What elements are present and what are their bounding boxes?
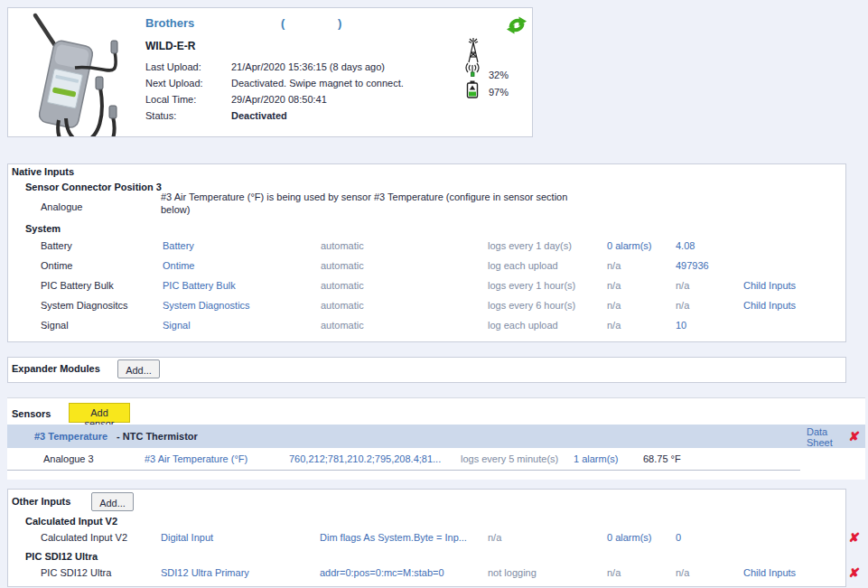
input-schedule: logs every 6 hour(s) xyxy=(488,300,575,312)
input-link[interactable]: System Diagnostics xyxy=(163,300,250,312)
input-label: Ontime xyxy=(41,260,72,272)
device-image xyxy=(15,12,142,136)
signal-percent: 32% xyxy=(489,70,509,81)
analogue-description: #3 Air Temperature (°F) is being used by… xyxy=(161,191,578,216)
system-group-title: System xyxy=(25,223,61,235)
input-label: System Diagnositcs xyxy=(41,300,128,312)
input-label: PIC SDI12 Ultra xyxy=(41,567,111,579)
input-alarms: n/a xyxy=(607,567,621,579)
input-alarms-link[interactable]: 0 alarm(s) xyxy=(607,240,652,252)
device-configuration-page: Brothers ( ) WILD-E-R Last Upload: 21/Ap… xyxy=(0,0,868,588)
other-inputs-title: Other Inputs xyxy=(12,496,70,508)
sensors-title: Sensors xyxy=(12,408,51,420)
signal-strength-icon xyxy=(462,61,482,78)
delete-sensor-icon[interactable]: ✘ xyxy=(848,430,861,443)
battery-percent: 97% xyxy=(489,87,509,98)
input-alarms-link[interactable]: 0 alarm(s) xyxy=(607,532,652,544)
battery-icon xyxy=(466,80,479,98)
device-name: WILD-E-R xyxy=(145,41,195,52)
input-label: Calculated Input V2 xyxy=(41,532,127,544)
input-link[interactable]: PIC Battery Bulk xyxy=(163,280,236,292)
status-value: Deactivated xyxy=(231,110,287,122)
expander-modules-title: Expander Modules xyxy=(12,363,100,375)
input-value[interactable]: 4.08 xyxy=(676,240,695,252)
input-mode: automatic xyxy=(321,300,364,312)
add-sensor-button[interactable]: Add sensor xyxy=(69,403,130,423)
station-name: Brothers xyxy=(145,17,194,29)
input-value: n/a xyxy=(676,300,689,312)
child-inputs-link[interactable]: Child Inputs xyxy=(743,300,796,312)
input-link[interactable]: Battery xyxy=(163,240,194,252)
input-value: n/a xyxy=(676,567,689,579)
child-inputs-link[interactable]: Child Inputs xyxy=(743,567,796,579)
sensor-name-link[interactable]: #3 Temperature xyxy=(34,431,107,443)
input-schedule: logs every 1 day(s) xyxy=(488,240,572,252)
analogue-label: Analogue xyxy=(41,201,83,213)
input-link[interactable]: Ontime xyxy=(163,260,194,272)
input-mode: automatic xyxy=(321,260,364,272)
input-config-link[interactable]: Dim flags As System.Byte = Inp... xyxy=(320,532,467,544)
input-alarms: n/a xyxy=(607,260,621,272)
delete-input-icon[interactable]: ✘ xyxy=(848,531,861,544)
input-schedule: not logging xyxy=(488,567,537,579)
input-label: Signal xyxy=(41,320,69,331)
input-label: PIC Battery Bulk xyxy=(41,280,114,292)
sensor-value: 68.75 °F xyxy=(643,453,681,465)
sensor-row-divider xyxy=(7,470,800,471)
input-link[interactable]: Signal xyxy=(163,320,191,331)
input-mode: automatic xyxy=(321,320,364,331)
other-input-group-title: Calculated Input V2 xyxy=(25,516,117,527)
input-schedule: log each upload xyxy=(488,260,558,272)
add-other-input-button[interactable]: Add... xyxy=(91,492,134,511)
next-upload-label: Next Upload: xyxy=(145,78,203,89)
last-upload-value: 21/Apr/2020 15:36:15 (8 days ago) xyxy=(231,61,385,73)
next-upload-value: Deactivated. Swipe magnet to connect. xyxy=(231,78,404,89)
child-inputs-link[interactable]: Child Inputs xyxy=(743,280,796,292)
other-input-group-title: PIC SDI12 Ultra xyxy=(25,551,98,563)
local-time-value: 29/Apr/2020 08:50:41 xyxy=(231,94,327,106)
last-upload-label: Last Upload: xyxy=(145,61,201,73)
input-schedule: logs every 1 hour(s) xyxy=(488,280,575,292)
sensor-port: Analogue 3 xyxy=(43,453,94,465)
refresh-icon[interactable] xyxy=(507,15,527,35)
input-label: Battery xyxy=(41,240,72,252)
native-inputs-title: Native Inputs xyxy=(12,166,74,178)
input-link[interactable]: Digital Input xyxy=(161,532,213,544)
input-alarms: n/a xyxy=(607,300,621,312)
input-link[interactable]: SDI12 Ultra Primary xyxy=(161,567,249,579)
add-expander-module-button[interactable]: Add... xyxy=(117,359,160,378)
input-value[interactable]: 497936 xyxy=(676,260,709,272)
status-label: Status: xyxy=(145,110,176,122)
input-alarms: n/a xyxy=(607,320,621,331)
input-mode: automatic xyxy=(321,280,364,292)
sensor-calibration-link[interactable]: 760,212;781,210.2;795,208.4;81... xyxy=(289,453,441,465)
sensor-input-link[interactable]: #3 Air Temperature (°F) xyxy=(145,453,247,465)
input-value[interactable]: 10 xyxy=(676,320,686,331)
local-time-label: Local Time: xyxy=(145,94,196,106)
input-config-link[interactable]: addr=0:pos=0:mc=M:stab=0 xyxy=(320,567,444,579)
station-paren-close: ) xyxy=(338,17,341,29)
sensor-alarms-link[interactable]: 1 alarm(s) xyxy=(574,453,619,465)
input-alarms: n/a xyxy=(607,280,621,292)
sensor-type-text: - NTC Thermistor xyxy=(117,431,198,443)
sensor-connector-group-title: Sensor Connector Position 3 xyxy=(25,182,162,193)
input-mode: automatic xyxy=(321,240,364,252)
input-schedule: log each upload xyxy=(488,320,558,331)
input-value: n/a xyxy=(676,280,689,292)
sensor-schedule: logs every 5 minute(s) xyxy=(461,453,558,465)
delete-input-icon[interactable]: ✘ xyxy=(848,566,861,579)
input-schedule: n/a xyxy=(488,532,501,544)
station-paren-open: ( xyxy=(281,17,285,29)
data-sheet-link[interactable]: Data Sheet xyxy=(807,426,841,448)
device-summary-panel: Brothers ( ) WILD-E-R Last Upload: 21/Ap… xyxy=(7,7,533,137)
input-value[interactable]: 0 xyxy=(676,532,681,544)
